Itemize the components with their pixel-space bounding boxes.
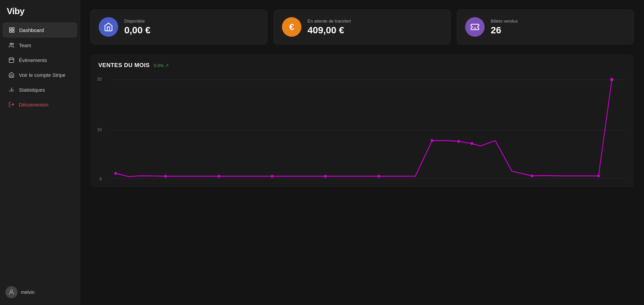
sidebar-item-dashboard[interactable]: Dashboard <box>3 23 77 37</box>
stat-cards: Disponible 0,00 € € En attente de transf… <box>90 9 634 44</box>
team-label: Team <box>19 42 31 48</box>
svg-point-42 <box>471 142 473 145</box>
billets-icon <box>465 17 485 37</box>
stat-card-billets-info: Billets vendus 26 <box>491 19 518 36</box>
chart-badge: 0.0% ↗ <box>154 63 169 68</box>
disponible-icon <box>99 17 118 37</box>
user-name: melvin <box>21 289 34 295</box>
svg-point-34 <box>114 172 117 175</box>
deconnexion-label: Déconnexion <box>19 102 49 108</box>
avatar <box>5 286 18 298</box>
billets-label: Billets vendus <box>491 19 518 24</box>
svg-text:0: 0 <box>99 176 102 181</box>
sidebar-nav: Dashboard Team Évènements Voir le compte… <box>0 22 80 112</box>
svg-text:Feb 22: Feb 22 <box>266 181 278 182</box>
chart-badge-value: 0.0% <box>154 63 164 68</box>
billets-value: 26 <box>491 25 518 36</box>
svg-point-41 <box>457 140 460 143</box>
main-content: Disponible 0,00 € € En attente de transf… <box>80 0 644 305</box>
trend-up-icon: ↗ <box>165 63 169 68</box>
team-icon <box>8 42 15 49</box>
sidebar-item-stripe[interactable]: Voir le compte Stripe <box>3 68 77 82</box>
transfert-label: En attente de transfert <box>308 19 351 24</box>
chart-svg: 20 10 0 Feb 16 Feb 18 Feb 20 Feb 22 Feb … <box>96 74 629 182</box>
dashboard-icon <box>8 27 15 33</box>
svg-point-36 <box>218 175 220 178</box>
svg-text:Feb 18: Feb 18 <box>160 181 171 182</box>
stat-card-billets: Billets vendus 26 <box>457 9 634 44</box>
logout-icon <box>8 101 15 108</box>
svg-text:10: 10 <box>97 127 102 132</box>
svg-text:Feb 24: Feb 24 <box>320 181 331 182</box>
disponible-value: 0,00 € <box>124 25 151 36</box>
svg-point-5 <box>12 43 14 45</box>
stat-card-transfert: € En attente de transfert 409,00 € <box>273 9 451 44</box>
svg-point-14 <box>10 290 13 292</box>
svg-point-39 <box>377 175 380 178</box>
disponible-label: Disponible <box>124 19 151 24</box>
chart-container: 20 10 0 Feb 16 Feb 18 Feb 20 Feb 22 Feb … <box>96 74 629 182</box>
svg-point-44 <box>597 175 600 178</box>
svg-rect-2 <box>12 31 14 32</box>
statistiques-label: Statistiques <box>19 87 45 93</box>
svg-rect-1 <box>12 28 14 29</box>
evenements-label: Évènements <box>19 57 47 63</box>
stat-card-disponible: Disponible 0,00 € <box>90 9 267 44</box>
svg-point-4 <box>10 43 12 45</box>
sidebar-item-evenements[interactable]: Évènements <box>3 53 77 67</box>
svg-point-43 <box>530 175 533 178</box>
svg-text:Feb 16: Feb 16 <box>110 181 121 182</box>
svg-rect-0 <box>9 28 11 29</box>
svg-rect-3 <box>9 31 11 32</box>
chart-section: VENTES DU MOIS 0.0% ↗ 20 10 0 Feb 16 Feb… <box>90 54 634 187</box>
svg-text:Feb 20: Feb 20 <box>213 181 225 182</box>
sidebar-bottom: melvin <box>0 281 80 305</box>
svg-text:Mar 3: Mar 3 <box>527 181 537 182</box>
chart-header: VENTES DU MOIS 0.0% ↗ <box>96 62 629 69</box>
transfert-icon: € <box>282 17 301 37</box>
transfert-value: 409,00 € <box>308 25 351 36</box>
svg-text:Mar 1: Mar 1 <box>467 181 477 182</box>
sidebar-item-statistiques[interactable]: Statistiques <box>3 83 77 97</box>
svg-text:Mar 5: Mar 5 <box>594 181 603 182</box>
dashboard-label: Dashboard <box>19 27 44 33</box>
logo-area: Viby <box>0 0 80 22</box>
svg-point-38 <box>324 175 327 178</box>
statistiques-icon <box>8 86 15 93</box>
sidebar-item-team[interactable]: Team <box>3 38 77 52</box>
svg-point-45 <box>610 78 614 82</box>
logo: Viby <box>7 6 24 16</box>
svg-text:20: 20 <box>97 77 102 82</box>
svg-point-40 <box>431 139 433 142</box>
svg-point-35 <box>164 175 167 178</box>
stripe-icon <box>8 71 15 78</box>
stat-card-disponible-info: Disponible 0,00 € <box>124 19 151 36</box>
sidebar: Viby Dashboard Team Évènements <box>0 0 80 305</box>
svg-rect-6 <box>9 58 14 63</box>
stat-card-transfert-info: En attente de transfert 409,00 € <box>308 19 351 36</box>
evenements-icon <box>8 57 15 63</box>
stripe-label: Voir le compte Stripe <box>19 72 65 78</box>
sidebar-item-deconnexion[interactable]: Déconnexion <box>3 97 77 112</box>
svg-text:Feb 26: Feb 26 <box>373 181 385 182</box>
svg-point-37 <box>271 175 273 178</box>
svg-text:Feb 28: Feb 28 <box>426 181 438 182</box>
chart-title: VENTES DU MOIS <box>98 62 150 69</box>
